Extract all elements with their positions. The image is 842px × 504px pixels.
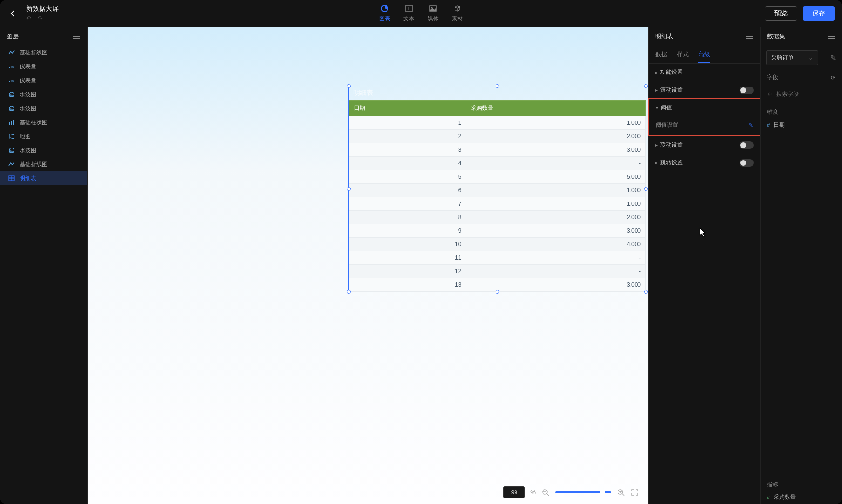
tool-media[interactable]: 媒体 xyxy=(428,4,439,23)
undo-button[interactable]: ↶ xyxy=(26,15,31,22)
resize-handle[interactable] xyxy=(347,187,351,191)
layer-item[interactable]: 仪表盘 xyxy=(0,74,87,87)
svg-line-22 xyxy=(622,494,624,496)
table-row: 82,000 xyxy=(349,211,646,224)
redo-button[interactable]: ↷ xyxy=(38,15,43,22)
layer-item[interactable]: 水波图 xyxy=(0,87,87,101)
layer-item[interactable]: 仪表盘 xyxy=(0,60,87,74)
preview-button[interactable]: 预览 xyxy=(765,6,797,21)
section-threshold[interactable]: ▾阈值 xyxy=(649,99,760,116)
dataset-menu-icon[interactable] xyxy=(828,33,835,40)
svg-line-19 xyxy=(547,494,549,496)
liquid-icon xyxy=(8,91,15,98)
line-icon xyxy=(8,161,15,168)
widget-title: 明细表 xyxy=(349,86,646,100)
detail-table: 日期采购数量 11,00022,00033,0004-55,00061,0007… xyxy=(349,100,646,292)
config-panel: 明细表 数据 样式 高级 ▸功能设置 ▸滚动设置 xyxy=(648,27,760,504)
layer-item[interactable]: 地图 xyxy=(0,129,87,143)
table-row: 61,000 xyxy=(349,184,646,197)
zoom-in-button[interactable] xyxy=(617,488,625,497)
layer-item[interactable]: 基础柱状图 xyxy=(0,115,87,129)
resize-handle[interactable] xyxy=(347,84,351,88)
table-row: 4- xyxy=(349,157,646,170)
table-row: 33,000 xyxy=(349,143,646,157)
dataset-edit-icon[interactable]: ✎ xyxy=(830,54,836,62)
tool-chart[interactable]: 图表 xyxy=(379,4,390,23)
table-row: 11- xyxy=(349,251,646,265)
header: 新数据大屏 ↶ ↷ 图表 T 文本 媒体 素材 xyxy=(0,0,842,27)
fullscreen-button[interactable] xyxy=(631,488,639,497)
config-menu-icon[interactable] xyxy=(746,33,754,40)
metric-label: 指标 xyxy=(761,476,842,491)
resize-handle[interactable] xyxy=(644,290,648,294)
section-function[interactable]: ▸功能设置 xyxy=(649,64,760,81)
metric-item[interactable]: #采购数量 xyxy=(761,491,842,504)
toggle-jump[interactable] xyxy=(740,159,754,167)
text-icon: T xyxy=(404,4,414,13)
svg-text:T: T xyxy=(407,6,410,11)
widget-table[interactable]: 明细表 日期采购数量 11,00022,00033,0004-55,00061,… xyxy=(348,86,646,292)
gauge-icon xyxy=(8,77,15,84)
section-linkage[interactable]: ▸联动设置 xyxy=(649,136,760,154)
layer-item[interactable]: 基础折线图 xyxy=(0,46,87,60)
liquid-icon xyxy=(8,147,15,154)
gauge-icon xyxy=(8,63,15,70)
threshold-setting-row[interactable]: 阈值设置 ✎ xyxy=(649,116,760,135)
chart-icon xyxy=(380,4,389,13)
refresh-icon[interactable]: ⟳ xyxy=(831,74,835,81)
zoom-out-button[interactable] xyxy=(541,488,550,497)
dimension-item[interactable]: #日期 xyxy=(761,118,842,132)
save-button[interactable]: 保存 xyxy=(803,6,835,21)
resize-handle[interactable] xyxy=(644,84,648,88)
section-scroll[interactable]: ▸滚动设置 xyxy=(649,81,760,99)
table-icon xyxy=(8,175,15,181)
chevron-down-icon: ⌄ xyxy=(808,54,813,61)
field-label: 字段 xyxy=(767,74,778,81)
table-row: 11,000 xyxy=(349,116,646,130)
dataset-panel: 数据集 采购订单 ⌄ ✎ 字段 ⟳ 维度 #日期 xyxy=(760,27,842,504)
tool-material[interactable]: 素材 xyxy=(452,4,463,23)
tab-style[interactable]: 样式 xyxy=(677,50,689,63)
edit-icon[interactable]: ✎ xyxy=(748,122,753,128)
dataset-panel-title: 数据集 xyxy=(767,32,785,40)
layer-item[interactable]: 明细表 xyxy=(0,171,87,185)
layer-menu-icon[interactable] xyxy=(73,33,81,40)
threshold-setting-label: 阈值设置 xyxy=(656,121,678,129)
table-header: 日期 xyxy=(349,101,466,116)
zoom-input[interactable] xyxy=(503,486,525,498)
canvas[interactable]: 明细表 日期采购数量 11,00022,00033,0004-55,00061,… xyxy=(88,27,648,504)
tab-advanced[interactable]: 高级 xyxy=(698,50,710,63)
table-row: 104,000 xyxy=(349,238,646,251)
hash-icon: # xyxy=(767,122,770,128)
line-icon xyxy=(8,49,15,56)
svg-rect-11 xyxy=(11,121,12,125)
canvas-wrap: 明细表 日期采购数量 11,00022,00033,0004-55,00061,… xyxy=(88,27,648,504)
section-jump[interactable]: ▸跳转设置 xyxy=(649,154,760,171)
media-icon xyxy=(428,4,438,13)
tool-text[interactable]: T 文本 xyxy=(403,4,414,23)
config-panel-title: 明细表 xyxy=(655,32,673,40)
layer-item[interactable]: 水波图 xyxy=(0,143,87,157)
table-header: 采购数量 xyxy=(466,101,646,116)
zoom-slider[interactable] xyxy=(555,491,611,493)
table-row: 12- xyxy=(349,265,646,278)
layer-panel: 图层 基础折线图仪表盘仪表盘水波图水波图基础柱状图地图水波图基础折线图明细表 xyxy=(0,27,88,504)
resize-handle[interactable] xyxy=(496,84,499,88)
table-row: 55,000 xyxy=(349,170,646,184)
resize-handle[interactable] xyxy=(644,187,648,191)
back-button[interactable] xyxy=(7,8,19,19)
layer-item[interactable]: 水波图 xyxy=(0,101,87,115)
dataset-select[interactable]: 采购订单 ⌄ xyxy=(766,50,818,65)
field-search-input[interactable] xyxy=(767,88,835,100)
resize-handle[interactable] xyxy=(496,290,499,294)
bar-icon xyxy=(8,119,15,126)
table-row: 22,000 xyxy=(349,130,646,143)
toggle-linkage[interactable] xyxy=(740,141,754,149)
liquid-icon xyxy=(8,105,15,112)
tab-data[interactable]: 数据 xyxy=(655,50,667,63)
svg-rect-10 xyxy=(9,122,10,125)
toggle-scroll[interactable] xyxy=(740,87,754,94)
layer-panel-title: 图层 xyxy=(7,32,19,40)
resize-handle[interactable] xyxy=(347,290,351,294)
layer-item[interactable]: 基础折线图 xyxy=(0,157,87,171)
